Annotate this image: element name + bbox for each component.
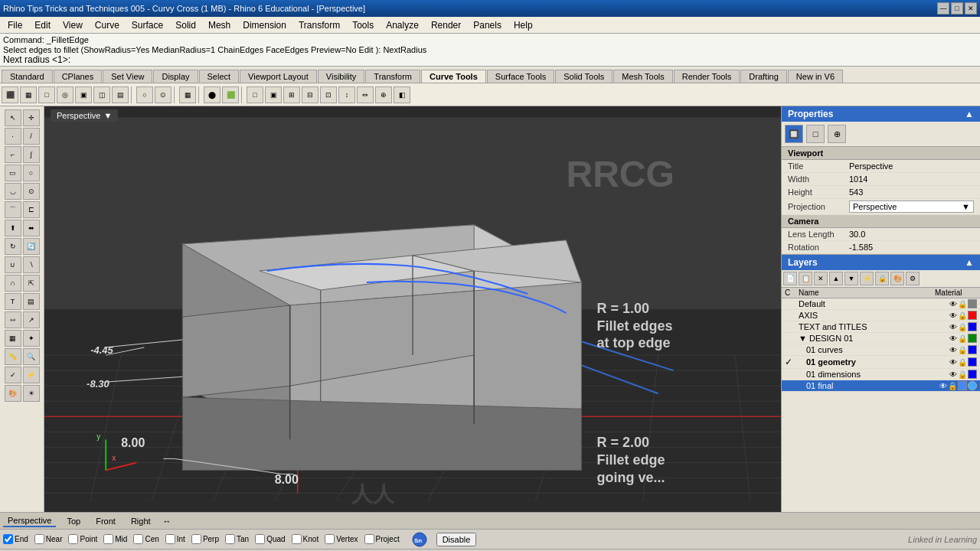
layer-visible-icon[interactable]: 👁 (949, 311, 957, 320)
maximize-button[interactable]: □ (951, 2, 963, 15)
menu-solid[interactable]: Solid (169, 18, 202, 32)
layer-color-swatch[interactable] (968, 357, 977, 367)
layers-settings[interactable]: ⚙ (906, 272, 920, 285)
minimize-button[interactable]: — (937, 2, 949, 15)
layer-color-swatch[interactable] (968, 345, 977, 354)
lt-render[interactable]: ☀ (23, 385, 40, 402)
layer-lock-icon[interactable]: 🔒 (958, 300, 967, 308)
viewport-tab-front[interactable]: Front (91, 516, 120, 527)
layer-dimensions01[interactable]: 01 dimensions 👁 🔒 (782, 369, 980, 380)
tab-solid-tools[interactable]: Solid Tools (555, 70, 612, 83)
menu-tools[interactable]: Tools (346, 18, 380, 32)
lt-text[interactable]: T (5, 293, 21, 310)
lt-select[interactable]: ↖ (5, 109, 21, 126)
layer-visible-icon[interactable]: 👁 (949, 370, 957, 379)
snap-int[interactable]: Int (165, 534, 185, 544)
tb-btn-9[interactable]: ⊙ (155, 86, 172, 103)
tb-btn-19[interactable]: ⇔ (357, 86, 374, 103)
tb-btn-13[interactable]: □ (247, 86, 263, 103)
command-input[interactable] (70, 55, 977, 64)
viewport-label[interactable]: Perspective ▼ (51, 109, 118, 122)
tab-mesh-tools[interactable]: Mesh Tools (613, 70, 672, 83)
snap-mid[interactable]: Mid (103, 534, 127, 544)
layer-visible-icon[interactable]: 👁 (939, 382, 947, 390)
tb-btn-15[interactable]: ⊞ (283, 86, 300, 103)
layer-color-swatch[interactable] (968, 311, 977, 320)
lt-ellipse[interactable]: ⊙ (23, 183, 40, 200)
lt-boolean-int[interactable]: ∩ (5, 275, 21, 292)
menu-file[interactable]: File (2, 18, 28, 32)
close-button[interactable]: ✕ (965, 2, 977, 15)
snap-knot[interactable]: Knot (292, 534, 319, 544)
lt-polyline[interactable]: ⌐ (5, 146, 21, 163)
layer-default[interactable]: Default 👁 🔒 (782, 298, 980, 310)
layer-visible-icon[interactable]: 👁 (949, 334, 957, 343)
tb-btn-14[interactable]: ▣ (265, 86, 282, 103)
tab-visibility[interactable]: Visibility (318, 70, 365, 83)
lt-color[interactable]: 🎨 (5, 385, 21, 402)
tab-transform[interactable]: Transform (365, 70, 420, 83)
tb-btn-7[interactable]: ▤ (112, 86, 129, 103)
tb-btn-11[interactable]: ⬤ (204, 86, 220, 103)
layers-color[interactable]: 🎨 (890, 272, 904, 285)
snap-cen[interactable]: Cen (133, 534, 158, 544)
properties-expand[interactable]: ▲ (965, 109, 974, 119)
tb-btn-16[interactable]: ⊟ (302, 86, 318, 103)
lt-leader[interactable]: ↗ (23, 311, 40, 328)
snap-vertex[interactable]: Vertex (325, 534, 358, 544)
lt-boolean-union[interactable]: ∪ (5, 256, 21, 273)
layers-new[interactable]: 📄 (783, 272, 797, 285)
viewport-tab-right[interactable]: Right (126, 516, 155, 527)
lt-boolean-diff[interactable]: ∖ (23, 256, 40, 273)
snap-point[interactable]: Point (68, 534, 97, 544)
menu-panels[interactable]: Panels (467, 18, 508, 32)
layer-lock-icon[interactable]: 🔒 (958, 311, 967, 320)
lt-circle[interactable]: ○ (23, 165, 40, 181)
snap-quad[interactable]: Quad (255, 534, 285, 544)
lt-star[interactable]: ✦ (23, 330, 40, 347)
layer-lock-icon[interactable]: 🔒 (958, 370, 967, 379)
lt-arc[interactable]: ◡ (5, 183, 21, 200)
layer-visible-icon[interactable]: 👁 (949, 300, 957, 308)
layers-up[interactable]: ▲ (829, 272, 843, 285)
layers-delete[interactable]: ✕ (814, 272, 828, 285)
layer-color-swatch[interactable] (968, 299, 977, 308)
tab-curve-tools[interactable]: Curve Tools (421, 70, 486, 83)
layer-color-swatch[interactable] (968, 370, 977, 379)
lt-select2[interactable]: ✛ (23, 109, 40, 126)
layer-geometry01[interactable]: ✓ 01 geometry 👁 🔒 (782, 356, 980, 369)
viewport-tab-top[interactable]: Top (62, 516, 85, 527)
layer-lock-icon[interactable]: 🔒 (958, 346, 967, 354)
tab-display[interactable]: Display (153, 70, 198, 83)
tb-btn-18[interactable]: ↕ (338, 86, 355, 103)
snap-perp[interactable]: Perp (191, 534, 219, 544)
tb-btn-20[interactable]: ⊕ (375, 86, 392, 103)
tab-viewport-layout[interactable]: Viewport Layout (240, 70, 317, 83)
tb-btn-1[interactable]: ⬛ (2, 86, 18, 103)
layers-filter[interactable]: ⚡ (860, 272, 874, 285)
snap-project[interactable]: Project (364, 534, 400, 544)
menu-render[interactable]: Render (425, 18, 467, 32)
layer-lock-icon[interactable]: 🔒 (958, 323, 967, 331)
lt-loft[interactable]: ⬌ (23, 220, 40, 236)
menu-view[interactable]: View (57, 18, 89, 32)
menu-mesh[interactable]: Mesh (202, 18, 237, 32)
layers-expand[interactable]: ▲ (965, 257, 974, 268)
menu-surface[interactable]: Surface (126, 18, 169, 32)
layers-new-child[interactable]: 📋 (799, 272, 812, 285)
lt-fillet[interactable]: ⌒ (5, 201, 21, 218)
tab-drafting[interactable]: Drafting (740, 70, 787, 83)
layer-final01[interactable]: 01 final 👁 🔒 (782, 380, 980, 392)
snap-near[interactable]: Near (34, 534, 63, 544)
vp-icon-swap[interactable]: ↔ (162, 517, 173, 526)
tb-btn-17[interactable]: ⊡ (320, 86, 337, 103)
lt-line[interactable]: / (23, 128, 40, 145)
lt-offset[interactable]: ⊏ (23, 201, 40, 218)
viewport-tab-perspective[interactable]: Perspective (3, 515, 56, 527)
menu-curve[interactable]: Curve (89, 18, 126, 32)
lt-sweep[interactable]: 🔄 (23, 238, 40, 255)
tb-btn-12[interactable]: 🟩 (222, 86, 239, 103)
layers-lock[interactable]: 🔒 (875, 272, 889, 285)
tab-render-tools[interactable]: Render Tools (674, 70, 740, 83)
tab-cplanes[interactable]: CPlanes (54, 70, 103, 83)
